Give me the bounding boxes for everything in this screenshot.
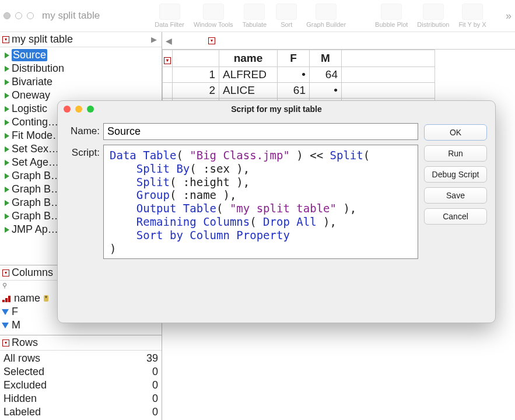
col-header-f[interactable]: F: [278, 50, 310, 67]
script-item-label: Distribution: [12, 62, 64, 75]
continuous-icon: [2, 309, 9, 315]
ok-button[interactable]: OK: [424, 124, 487, 141]
rows-stat: Excluded0: [3, 379, 158, 392]
script-item-label: Logistic: [12, 103, 47, 115]
hotspot-icon[interactable]: ▾: [2, 340, 9, 346]
script-item-label: Set Age…: [12, 156, 59, 169]
table-name: my split table: [12, 33, 73, 46]
script-item-label: Bivariate: [12, 76, 52, 88]
hotspot-icon[interactable]: ▾: [2, 270, 9, 276]
cell-m[interactable]: 64: [310, 67, 342, 83]
disclosure-icon: [5, 214, 9, 219]
disclosure-icon: [5, 146, 9, 152]
rows-stat-label: Excluded: [3, 379, 47, 391]
columns-title: Columns: [12, 267, 53, 279]
cell-f[interactable]: •: [278, 67, 310, 83]
toolbar-overflow-icon[interactable]: »: [506, 10, 512, 22]
minimize-icon[interactable]: [15, 12, 22, 19]
rows-stat-value: 0: [152, 393, 158, 405]
tool-data-filter[interactable]: Data Filter: [151, 4, 188, 28]
cell-f[interactable]: 61: [278, 83, 310, 99]
rows-stat-value: 0: [152, 379, 158, 391]
rownum-header: [173, 50, 219, 67]
col-header-m[interactable]: M: [310, 50, 342, 67]
column-label: F: [12, 306, 18, 318]
disclosure-icon: [5, 227, 9, 233]
nominal-icon: [2, 295, 10, 302]
disclosure-icon: [5, 66, 9, 72]
rows-stat-label: Selected: [3, 366, 44, 378]
window-traffic-lights[interactable]: [3, 12, 34, 19]
script-item[interactable]: Source: [0, 48, 162, 62]
tool-graph-builder[interactable]: Graph Builder: [303, 4, 349, 28]
rownum-cell: 2: [173, 83, 219, 99]
cell-blank: [342, 67, 435, 83]
save-button[interactable]: Save: [424, 187, 487, 204]
cell-name[interactable]: ALFRED: [219, 67, 278, 83]
window-title: my split table: [42, 10, 100, 22]
dialog-titlebar[interactable]: Script for my split table: [58, 101, 495, 117]
zoom-icon[interactable]: [27, 12, 34, 19]
script-name-input[interactable]: [103, 123, 418, 140]
script-item-label: Oneway: [12, 89, 50, 102]
cell-blank: [342, 83, 435, 99]
rownum-cell: 1: [173, 67, 219, 83]
run-button[interactable]: Run: [424, 145, 487, 162]
column-label: name: [14, 292, 40, 304]
chevron-right-icon[interactable]: ▶: [151, 35, 159, 44]
disclosure-icon: [5, 79, 9, 85]
row-state-header[interactable]: ▾: [163, 50, 173, 67]
disclosure-icon: [5, 160, 9, 166]
cancel-button[interactable]: Cancel: [424, 208, 487, 225]
cell-name[interactable]: ALICE: [219, 83, 278, 99]
cell-m[interactable]: •: [310, 83, 342, 99]
dialog-title: Script for my split table: [231, 104, 322, 114]
hotspot-icon[interactable]: ▾: [208, 37, 215, 44]
row-state-cell[interactable]: [163, 83, 173, 99]
script-item-label: Graph B…: [12, 197, 61, 209]
script-item-label: Graph B…: [12, 170, 61, 182]
rows-stat: Selected0: [3, 365, 158, 379]
tool-bubble-plot[interactable]: Bubble Plot: [372, 4, 411, 28]
table-row[interactable]: 1ALFRED•64: [163, 67, 435, 83]
panel-left-arrow-icon[interactable]: ◀: [166, 36, 172, 46]
table-row[interactable]: 2ALICE61•: [163, 83, 435, 99]
row-state-cell[interactable]: [163, 67, 173, 83]
dialog-zoom-icon[interactable]: [87, 106, 94, 113]
rows-title: Rows: [12, 337, 38, 349]
script-item-label: Set Sex…: [12, 143, 59, 155]
dialog-minimize-icon[interactable]: [75, 106, 82, 113]
close-icon[interactable]: [3, 12, 10, 19]
script-item-label: Source: [12, 49, 47, 61]
script-item[interactable]: Bivariate: [0, 75, 162, 89]
rows-stat: All rows39: [3, 352, 158, 365]
disclosure-icon: [5, 133, 9, 139]
col-header-name[interactable]: name: [219, 50, 278, 67]
column-tag: *: [44, 295, 48, 302]
disclosure-icon: [5, 200, 9, 206]
rows-stat-value: 0: [152, 366, 158, 378]
disclosure-icon: [5, 52, 9, 58]
script-item-label: JMP Ap…: [12, 223, 58, 236]
tool-sort[interactable]: Sort: [272, 4, 300, 28]
script-item-label: Graph B…: [12, 210, 61, 222]
rows-stat: Labeled0: [3, 405, 158, 419]
col-header-blank: [342, 50, 435, 67]
name-label: Name:: [66, 123, 100, 137]
disclosure-icon: [5, 120, 9, 125]
tool-fit-y-by-x[interactable]: Fit Y by X: [455, 4, 489, 28]
tool-tabulate[interactable]: Tabulate: [239, 4, 271, 28]
script-editor[interactable]: Data Table( "Big Class.jmp" ) << Split( …: [103, 145, 418, 259]
rows-stat-value: 39: [146, 352, 158, 365]
toolbar: my split table Data Filter Window Tools …: [0, 0, 515, 32]
table-header[interactable]: ▾ my split table ▶: [0, 32, 162, 47]
tool-distribution[interactable]: Distribution: [414, 4, 453, 28]
rows-stat-label: Hidden: [3, 393, 37, 405]
dialog-close-icon[interactable]: [64, 106, 71, 113]
script-label: Script:: [66, 145, 100, 159]
tool-window-tools[interactable]: Window Tools: [190, 4, 237, 28]
script-item-label: Graph B…: [12, 183, 61, 195]
script-item[interactable]: Distribution: [0, 62, 162, 75]
debug-script-button[interactable]: Debug Script: [424, 166, 487, 183]
hotspot-icon[interactable]: ▾: [2, 36, 9, 43]
